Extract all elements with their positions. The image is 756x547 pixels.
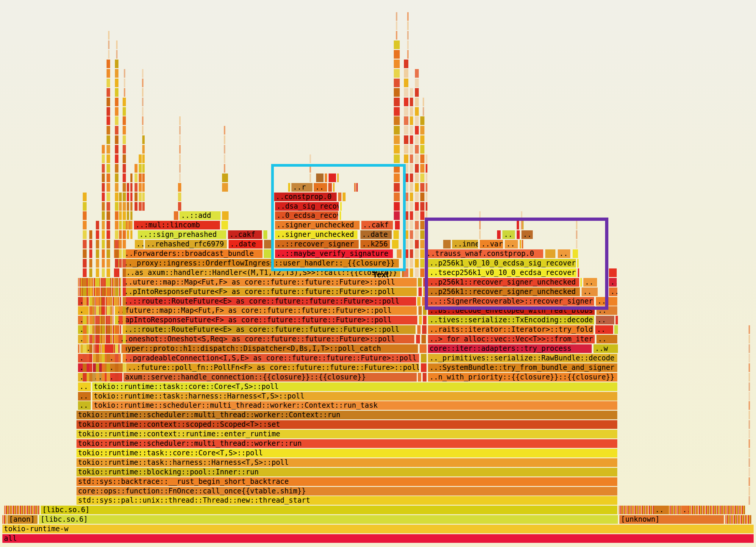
frame-sliver[interactable] — [749, 382, 750, 391]
frame-sliver[interactable] — [102, 335, 105, 343]
frame-sliver[interactable] — [89, 363, 92, 372]
frame[interactable]: .. — [596, 297, 617, 306]
frame[interactable]: tokio::runtime::task::harness::Harness<T… — [92, 392, 617, 401]
frame-sliver[interactable] — [224, 135, 225, 144]
frame-sliver[interactable] — [421, 335, 426, 343]
frame-sliver[interactable] — [407, 50, 409, 59]
frame-sliver[interactable] — [115, 230, 118, 239]
frame-sliver[interactable] — [89, 278, 92, 287]
frame-sliver[interactable] — [423, 306, 427, 315]
frame-sliver[interactable] — [426, 154, 427, 163]
frame[interactable]: .. — [314, 183, 327, 192]
frame-sliver[interactable] — [139, 164, 142, 173]
frame-sliver[interactable] — [107, 325, 110, 334]
frame-sliver[interactable] — [83, 354, 87, 362]
frame-sliver[interactable] — [179, 145, 181, 154]
frame-sliver[interactable] — [420, 154, 424, 163]
frame[interactable]: .. — [78, 401, 91, 410]
frame-sliver[interactable] — [179, 174, 181, 182]
frame-sliver[interactable] — [142, 174, 145, 182]
frame-sliver[interactable] — [89, 287, 92, 296]
frame-sliver[interactable] — [417, 325, 421, 334]
frame-sliver[interactable] — [107, 107, 110, 116]
frame-sliver[interactable] — [356, 183, 358, 192]
frame-sliver[interactable] — [419, 316, 422, 324]
frame-sliver[interactable] — [107, 335, 110, 343]
frame-sliver[interactable] — [123, 154, 126, 163]
frame-sliver[interactable] — [410, 164, 413, 173]
frame-sliver[interactable] — [89, 249, 92, 258]
frame-sliver[interactable] — [614, 325, 618, 334]
frame-sliver[interactable] — [310, 164, 311, 173]
frame-sliver[interactable] — [115, 316, 118, 324]
frame-sliver[interactable] — [415, 154, 419, 163]
frame-sliver[interactable] — [96, 354, 99, 362]
frame-sliver[interactable] — [123, 249, 126, 258]
frame-sliver[interactable] — [123, 230, 126, 239]
frame-sliver[interactable] — [123, 363, 126, 372]
frame-sliver[interactable] — [107, 259, 110, 268]
frame-sliver[interactable] — [107, 135, 110, 144]
frame-sliver[interactable] — [749, 344, 750, 353]
frame-sliver[interactable] — [407, 21, 409, 30]
frame-sliver[interactable] — [394, 183, 400, 192]
frame[interactable]: .. — [521, 230, 533, 239]
frame-sliver[interactable] — [328, 183, 332, 192]
frame-sliver[interactable] — [115, 60, 118, 68]
frame-sliver[interactable] — [749, 325, 750, 334]
frame[interactable]: ..inner — [452, 240, 478, 249]
frame-sliver[interactable] — [338, 193, 341, 201]
frame-sliver[interactable] — [102, 230, 105, 239]
frame-sliver[interactable] — [83, 230, 87, 239]
frame-sliver[interactable] — [410, 202, 413, 211]
frame[interactable]: axum::serve::handle_connection::{{closur… — [124, 373, 417, 382]
frame[interactable]: .. — [596, 316, 614, 324]
frame-sliver[interactable] — [749, 335, 750, 343]
frame[interactable]: ..r — [291, 183, 313, 192]
frame-sliver[interactable] — [426, 249, 427, 258]
frame-sliver[interactable] — [410, 88, 413, 97]
frame-sliver[interactable] — [4, 506, 40, 514]
frame[interactable]: .. — [596, 335, 617, 343]
frame-sliver[interactable] — [404, 164, 408, 173]
frame-sliver[interactable] — [420, 221, 424, 229]
frame-sliver[interactable] — [415, 174, 419, 182]
frame[interactable]: .._primitives::serialize::RawBundle::dec… — [428, 354, 617, 362]
frame-sliver[interactable] — [404, 126, 408, 135]
frame-sliver[interactable] — [115, 79, 118, 87]
frame-sliver[interactable] — [142, 107, 143, 116]
frame-sliver[interactable] — [404, 249, 408, 258]
frame-sliver[interactable] — [83, 259, 87, 268]
frame[interactable]: ..::add — [179, 211, 221, 220]
frame-sliver[interactable] — [135, 164, 138, 173]
frame[interactable]: [libc.so.6] — [41, 506, 617, 514]
frame-sliver[interactable] — [179, 135, 181, 144]
frame-sliver[interactable] — [404, 79, 408, 87]
frame-sliver[interactable] — [609, 268, 617, 277]
frame-sliver[interactable] — [397, 249, 402, 258]
frame[interactable]: ..cakf — [361, 221, 393, 229]
frame-sliver[interactable] — [115, 306, 118, 315]
frame-sliver[interactable] — [415, 135, 419, 144]
frame-sliver[interactable] — [749, 487, 750, 496]
frame-sliver[interactable] — [115, 240, 118, 249]
frame-sliver[interactable] — [123, 221, 126, 229]
frame-sliver[interactable] — [139, 183, 142, 192]
frame-sliver[interactable] — [123, 145, 126, 154]
frame-sliver[interactable] — [102, 174, 105, 182]
frame-sliver[interactable] — [124, 79, 125, 87]
frame[interactable]: ..:future::poll_fn::PollFn<F> as core::f… — [126, 363, 419, 372]
frame-sliver[interactable] — [115, 259, 118, 268]
frame-sliver[interactable] — [394, 50, 400, 59]
frame-sliver[interactable] — [420, 164, 424, 173]
frame-sliver[interactable] — [417, 297, 421, 306]
frame-sliver[interactable] — [404, 98, 408, 106]
frame-sliver[interactable] — [517, 221, 519, 229]
frame-sliver[interactable] — [479, 221, 481, 229]
frame-sliver[interactable] — [404, 211, 408, 220]
frame-sliver[interactable] — [127, 193, 129, 201]
frame-sliver[interactable] — [123, 164, 126, 173]
frame-sliver[interactable] — [123, 325, 126, 334]
frame-sliver[interactable] — [127, 202, 129, 211]
frame-sliver[interactable] — [142, 164, 145, 173]
